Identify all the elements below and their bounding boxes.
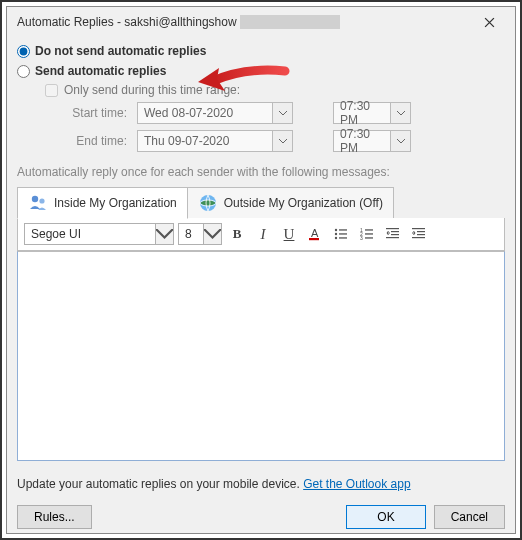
button-row: Rules... OK Cancel xyxy=(7,501,515,539)
font-size-value: 8 xyxy=(179,227,203,241)
option-send-label: Send automatic replies xyxy=(35,64,166,78)
end-time-combo: 07:30 PM xyxy=(333,130,411,152)
chevron-down-icon xyxy=(279,111,287,116)
svg-rect-24 xyxy=(417,234,425,235)
radio-dont-send[interactable] xyxy=(17,45,30,58)
svg-rect-9 xyxy=(339,233,347,234)
close-button[interactable] xyxy=(469,8,509,36)
tab-outside-label: Outside My Organization (Off) xyxy=(224,196,383,210)
svg-rect-11 xyxy=(339,237,347,238)
reply-hint: Automatically reply once for each sender… xyxy=(17,155,505,185)
svg-rect-7 xyxy=(339,229,347,230)
svg-rect-25 xyxy=(412,237,425,238)
end-time-value: 07:30 PM xyxy=(334,127,390,155)
tab-inside-label: Inside My Organization xyxy=(54,196,177,210)
numbered-list-button[interactable]: 1 2 3 xyxy=(356,223,378,245)
option-dont-send[interactable]: Do not send automatic replies xyxy=(17,41,505,61)
svg-rect-5 xyxy=(309,238,319,240)
chevron-down-icon xyxy=(279,139,287,144)
ok-button[interactable]: OK xyxy=(346,505,425,529)
titlebar: Automatic Replies - sakshi@allthingshow xyxy=(7,7,515,37)
font-size-combo[interactable]: 8 xyxy=(178,223,222,245)
inside-org-icon xyxy=(28,193,48,213)
chevron-down-icon xyxy=(156,229,173,240)
svg-rect-17 xyxy=(365,237,373,238)
redacted-text xyxy=(240,15,340,29)
tabs: Inside My Organization Outside My Organi… xyxy=(17,187,505,219)
start-time-combo: 07:30 PM xyxy=(333,102,411,124)
only-range-label: Only send during this time range: xyxy=(64,83,240,97)
rules-button[interactable]: Rules... xyxy=(17,505,92,529)
svg-rect-20 xyxy=(391,234,399,235)
footer-text: Update your automatic replies on your mo… xyxy=(17,477,303,491)
svg-point-10 xyxy=(335,237,337,239)
end-time-row: End time: Thu 09-07-2020 07:30 PM xyxy=(17,127,505,155)
outdent-button[interactable] xyxy=(382,223,404,245)
svg-text:3: 3 xyxy=(360,235,363,241)
automatic-replies-dialog: Automatic Replies - sakshi@allthingshow … xyxy=(6,6,516,534)
footer-hint: Update your automatic replies on your mo… xyxy=(17,461,505,501)
svg-rect-23 xyxy=(417,231,425,232)
start-date-dropdown xyxy=(272,103,292,123)
window-title: Automatic Replies - sakshi@allthingshow xyxy=(17,15,469,30)
chevron-down-icon xyxy=(397,139,405,144)
underline-button[interactable]: U xyxy=(278,223,300,245)
start-date-value: Wed 08-07-2020 xyxy=(138,106,272,120)
tab-inside-org[interactable]: Inside My Organization xyxy=(17,187,188,219)
svg-rect-15 xyxy=(365,233,373,234)
chevron-down-icon xyxy=(397,111,405,116)
tab-outside-org[interactable]: Outside My Organization (Off) xyxy=(187,187,394,219)
option-send[interactable]: Send automatic replies xyxy=(17,61,505,81)
bullet-list-button[interactable] xyxy=(330,223,352,245)
svg-point-0 xyxy=(32,196,38,202)
svg-rect-21 xyxy=(386,237,399,238)
italic-button[interactable]: I xyxy=(252,223,274,245)
end-date-dropdown xyxy=(272,131,292,151)
chevron-down-icon xyxy=(204,229,221,240)
option-dont-send-label: Do not send automatic replies xyxy=(35,44,206,58)
indent-button[interactable] xyxy=(408,223,430,245)
font-family-dropdown[interactable] xyxy=(155,224,173,244)
svg-point-6 xyxy=(335,229,337,231)
start-date-combo: Wed 08-07-2020 xyxy=(137,102,293,124)
font-size-dropdown[interactable] xyxy=(203,224,221,244)
outdent-icon xyxy=(386,227,400,241)
title-text: Automatic Replies - sakshi@allthingshow xyxy=(17,15,237,29)
end-date-value: Thu 09-07-2020 xyxy=(138,134,272,148)
end-time-dropdown xyxy=(390,131,410,151)
svg-point-8 xyxy=(335,233,337,235)
checkbox-only-range xyxy=(45,84,58,97)
outside-org-icon xyxy=(198,193,218,213)
indent-icon xyxy=(412,227,426,241)
font-family-combo[interactable]: Segoe UI xyxy=(24,223,174,245)
cancel-button[interactable]: Cancel xyxy=(434,505,505,529)
end-time-label: End time: xyxy=(67,134,127,148)
numbered-list-icon: 1 2 3 xyxy=(360,227,374,241)
bold-button[interactable]: B xyxy=(226,223,248,245)
font-family-value: Segoe UI xyxy=(25,227,155,241)
end-date-combo: Thu 09-07-2020 xyxy=(137,130,293,152)
outlook-app-link[interactable]: Get the Outlook app xyxy=(303,477,410,491)
start-time-value: 07:30 PM xyxy=(334,99,390,127)
format-toolbar: Segoe UI 8 B I U A xyxy=(17,218,505,251)
svg-rect-22 xyxy=(412,228,425,229)
close-icon xyxy=(484,17,495,28)
only-range-row: Only send during this time range: xyxy=(17,81,505,99)
start-time-label: Start time: xyxy=(67,106,127,120)
svg-rect-13 xyxy=(365,229,373,230)
font-color-button[interactable]: A xyxy=(304,223,326,245)
message-editor[interactable] xyxy=(17,251,505,461)
radio-send[interactable] xyxy=(17,65,30,78)
bullet-list-icon xyxy=(334,227,348,241)
svg-text:A: A xyxy=(311,227,319,239)
svg-rect-19 xyxy=(391,231,399,232)
svg-rect-18 xyxy=(386,228,399,229)
font-color-icon: A xyxy=(307,226,323,242)
start-time-dropdown xyxy=(390,103,410,123)
svg-point-1 xyxy=(39,198,44,203)
start-time-row: Start time: Wed 08-07-2020 07:30 PM xyxy=(17,99,505,127)
